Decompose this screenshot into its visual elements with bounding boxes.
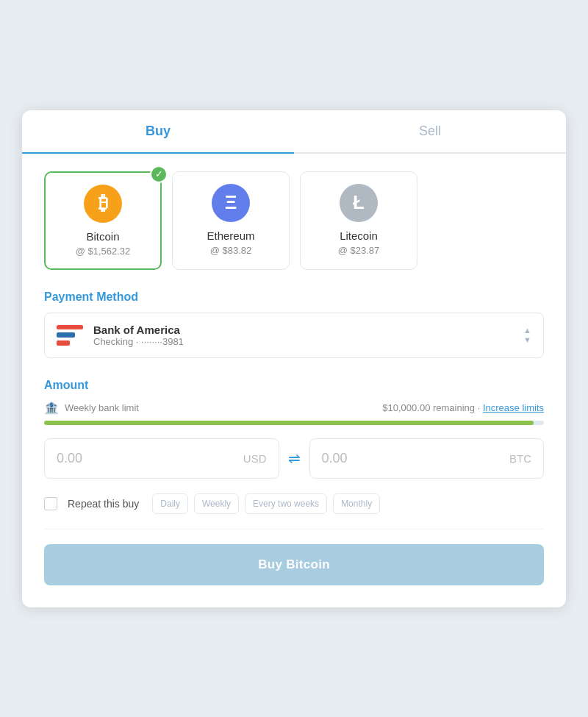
payment-method-label: Payment Method [44, 290, 544, 304]
litecoin-icon: Ł [340, 184, 378, 222]
bank-of-america-logo [57, 325, 83, 346]
repeat-option-monthly[interactable]: Monthly [333, 493, 380, 514]
usd-input-field[interactable]: 0.00 USD [44, 438, 279, 479]
bitcoin-price: @ $1,562.32 [60, 246, 146, 257]
btc-value: 0.00 [322, 451, 348, 466]
tab-bar: Buy Sell [22, 110, 566, 154]
bitcoin-icon: ₿ [84, 185, 122, 223]
repeat-option-every-two-weeks[interactable]: Every two weeks [245, 493, 327, 514]
tab-buy[interactable]: Buy [22, 110, 294, 152]
btc-input-field[interactable]: 0.00 BTC [309, 438, 545, 479]
crypto-item-litecoin[interactable]: Ł Litecoin @ $23.87 [300, 171, 417, 270]
bank-name: Bank of America [93, 324, 523, 336]
usd-currency: USD [243, 452, 267, 465]
limit-progress-bar [44, 421, 544, 425]
litecoin-name: Litecoin [315, 229, 402, 242]
bank-info: Bank of America Checking · ········3981 [93, 324, 523, 347]
bitcoin-name: Bitcoin [60, 230, 146, 243]
litecoin-price: @ $23.87 [315, 245, 402, 256]
payment-method-selector[interactable]: Bank of America Checking · ········3981 … [44, 313, 544, 358]
limit-left: 🏦 Weekly bank limit [44, 401, 139, 415]
limit-separator: · [478, 402, 483, 413]
ethereum-icon: Ξ [212, 184, 250, 222]
amount-label: Amount [44, 379, 544, 392]
tab-sell[interactable]: Sell [294, 110, 566, 152]
increase-limits-link[interactable]: Increase limits [483, 402, 544, 413]
limit-right: $10,000.00 remaining · Increase limits [382, 402, 544, 413]
repeat-label: Repeat this buy [68, 498, 139, 510]
repeat-option-daily[interactable]: Daily [152, 493, 188, 514]
bank-building-icon: 🏦 [44, 401, 59, 415]
repeat-option-weekly[interactable]: Weekly [194, 493, 239, 514]
usd-value: 0.00 [57, 451, 82, 466]
repeat-options: Daily Weekly Every two weeks Monthly [152, 493, 380, 514]
ethereum-price: @ $83.82 [187, 245, 274, 256]
btc-currency: BTC [509, 452, 531, 465]
limit-progress-fill [44, 421, 534, 425]
ethereum-name: Ethereum [187, 229, 274, 242]
main-card: Buy Sell ✓ ₿ Bitcoin @ $1,562.32 Ξ Ether… [22, 110, 566, 607]
chevron-updown-icon: ▲ ▼ [523, 327, 531, 344]
crypto-item-bitcoin[interactable]: ✓ ₿ Bitcoin @ $1,562.32 [44, 171, 162, 270]
selected-check-icon: ✓ [150, 165, 168, 183]
buy-bitcoin-button[interactable]: Buy Bitcoin [44, 544, 544, 585]
amount-inputs: 0.00 USD ⇌ 0.00 BTC [44, 438, 544, 479]
swap-icon[interactable]: ⇌ [288, 449, 301, 467]
card-body: ✓ ₿ Bitcoin @ $1,562.32 Ξ Ethereum @ $83… [22, 154, 566, 607]
bank-account: Checking · ········3981 [93, 336, 523, 347]
weekly-limit-label: Weekly bank limit [65, 402, 139, 413]
crypto-list: ✓ ₿ Bitcoin @ $1,562.32 Ξ Ethereum @ $83… [44, 171, 544, 270]
repeat-row: Repeat this buy Daily Weekly Every two w… [44, 493, 544, 529]
crypto-item-ethereum[interactable]: Ξ Ethereum @ $83.82 [172, 171, 290, 270]
repeat-checkbox[interactable] [44, 497, 57, 510]
limit-remaining: $10,000.00 remaining [382, 402, 475, 413]
limit-row: 🏦 Weekly bank limit $10,000.00 remaining… [44, 401, 544, 415]
